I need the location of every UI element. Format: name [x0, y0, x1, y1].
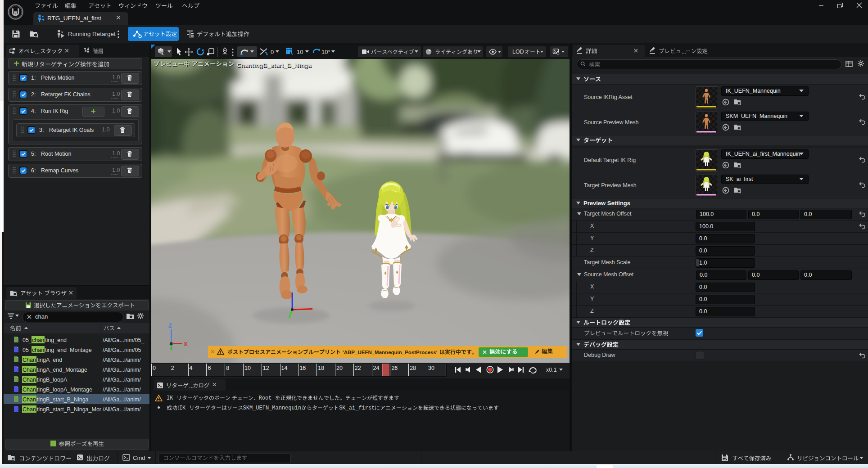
svg-text:X: X: [184, 341, 188, 347]
svg-text:Z: Z: [168, 322, 172, 329]
